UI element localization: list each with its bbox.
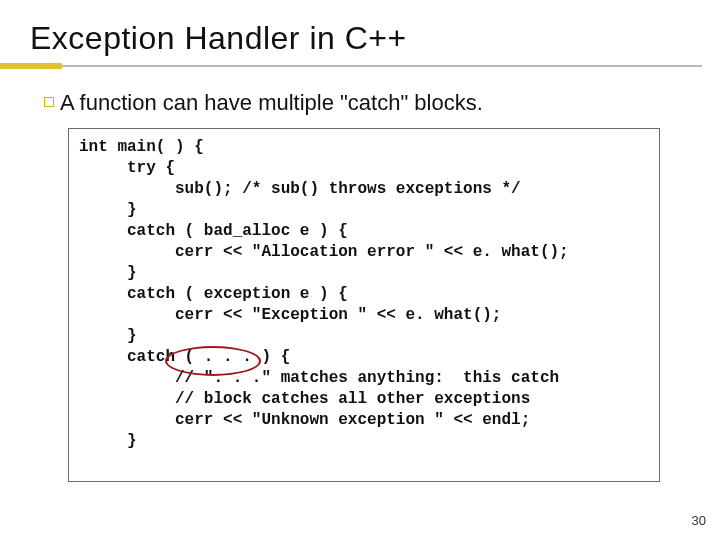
bullet-text: A function can have multiple "catch" blo…: [60, 90, 483, 116]
title-underline: [30, 63, 690, 69]
title-area: Exception Handler in C++: [30, 20, 690, 69]
code-block: int main( ) { try { sub(); /* sub() thro…: [68, 128, 660, 482]
page-number: 30: [692, 513, 706, 528]
divider-line: [62, 65, 702, 67]
slide-title: Exception Handler in C++: [30, 20, 690, 57]
square-bullet-icon: [44, 97, 54, 107]
slide: Exception Handler in C++ A function can …: [0, 0, 720, 540]
code-text: int main( ) { try { sub(); /* sub() thro…: [79, 137, 649, 452]
bullet-item: A function can have multiple "catch" blo…: [44, 90, 684, 116]
accent-bar: [0, 63, 62, 69]
